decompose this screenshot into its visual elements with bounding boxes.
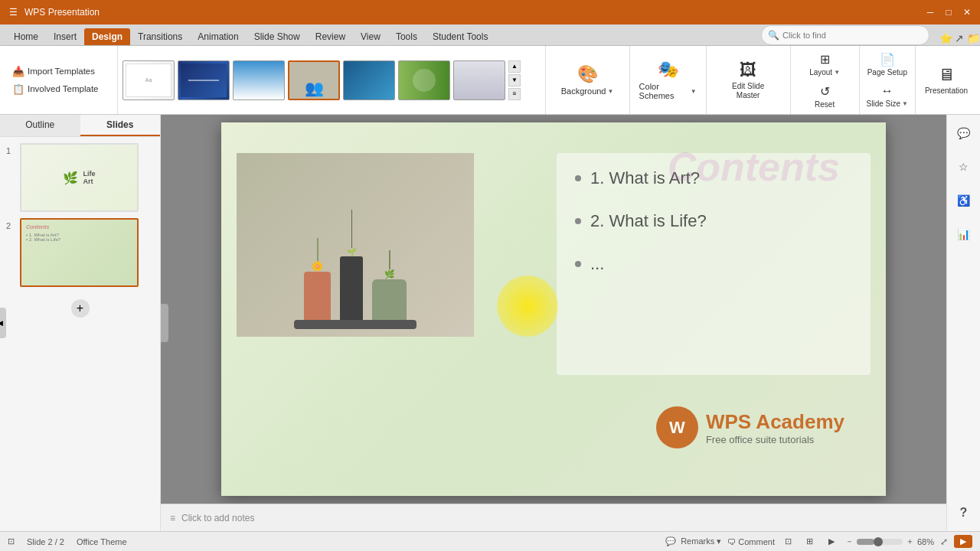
theme-blue-fade[interactable] bbox=[233, 60, 285, 100]
tab-slides[interactable]: Slides bbox=[80, 115, 161, 136]
zoom-slider[interactable] bbox=[857, 539, 903, 545]
slide-canvas: Contents 🌼 🌱 bbox=[221, 122, 886, 496]
edit-slide-master-button[interactable]: 🖼 Edit Slide Master bbox=[726, 58, 770, 103]
tab-design[interactable]: Design bbox=[84, 28, 130, 45]
notes-bar[interactable]: ≡ Click to add notes bbox=[161, 504, 946, 531]
theme-scroll-up[interactable]: ▲ bbox=[508, 60, 521, 73]
reset-button[interactable]: ↺ Reset bbox=[811, 82, 838, 111]
wps-academy-watermark: W WPS Academy Free office suite tutorial… bbox=[656, 406, 844, 448]
bullet-text-3: ... bbox=[590, 254, 604, 274]
star-button[interactable]: ☆ bbox=[952, 155, 976, 179]
favorites-icon[interactable]: ⭐ bbox=[939, 31, 952, 45]
tab-home[interactable]: Home bbox=[6, 28, 46, 45]
tab-tools[interactable]: Tools bbox=[388, 28, 425, 45]
tab-review[interactable]: Review bbox=[308, 28, 353, 45]
reading-view-button[interactable]: ▶ bbox=[824, 534, 839, 549]
remarks-icon[interactable]: 💬 bbox=[665, 536, 676, 546]
theme-teal[interactable] bbox=[343, 60, 395, 100]
folder-icon[interactable]: 📁 bbox=[966, 31, 980, 45]
tab-animation[interactable]: Animation bbox=[190, 28, 246, 45]
minimize-icon[interactable]: ─ bbox=[923, 5, 937, 19]
comment-label[interactable]: 🗨 Comment bbox=[727, 537, 775, 546]
background-button[interactable]: 🎨 Background ▼ bbox=[555, 61, 620, 99]
search-bar[interactable]: 🔍 bbox=[761, 25, 929, 45]
theme-soft-gray[interactable] bbox=[453, 60, 505, 100]
theme-green[interactable] bbox=[398, 60, 450, 100]
slide-size-button[interactable]: ↔ Slide Size ▼ bbox=[863, 82, 912, 110]
theme-default[interactable]: Aa bbox=[122, 60, 175, 100]
tab-student-tools[interactable]: Student Tools bbox=[425, 28, 496, 45]
comment-area: 🗨 Comment bbox=[727, 537, 775, 546]
left-scroll[interactable] bbox=[161, 304, 168, 342]
slide-thumbnail-1[interactable]: 🌿 Life Art bbox=[20, 143, 139, 212]
slide-number: 1 bbox=[6, 143, 15, 155]
remarks-area: 💬 Remarks ▾ bbox=[665, 536, 721, 546]
menu-icon[interactable]: ☰ bbox=[6, 5, 20, 19]
background-dropdown-arrow: ▼ bbox=[608, 88, 614, 95]
remarks-label[interactable]: Remarks ▾ bbox=[681, 536, 721, 546]
slide-canvas-wrap: Contents 🌼 🌱 bbox=[161, 115, 946, 504]
tab-slideshow[interactable]: Slide Show bbox=[247, 28, 308, 45]
click-to-add-notes[interactable]: Click to add notes bbox=[181, 513, 254, 523]
theme-expand[interactable]: ≡ bbox=[508, 88, 521, 100]
slides-panel: 1 🌿 Life Art 2 bbox=[0, 137, 160, 531]
vase2-body bbox=[340, 256, 363, 329]
titlebar-left: ☰ WPS Presentation bbox=[6, 5, 100, 19]
titlebar: ☰ WPS Presentation ─ □ ✕ bbox=[0, 0, 980, 24]
sidebar-tabs: Outline Slides bbox=[0, 115, 160, 137]
stem-1 bbox=[317, 238, 318, 261]
slide-content-box[interactable]: 1. What is Art? 2. What is Life? ... bbox=[557, 153, 871, 375]
theme-info: Office Theme bbox=[77, 537, 127, 546]
theme-blue-dark[interactable] bbox=[178, 60, 230, 100]
comment-button[interactable]: 💬 bbox=[952, 121, 976, 145]
color-schemes-button[interactable]: 🎭 Color Schemes ▼ bbox=[633, 57, 703, 103]
play-slideshow-button[interactable]: ▶ bbox=[954, 535, 972, 548]
theme-people-gray[interactable]: 👥 bbox=[288, 60, 340, 100]
status-left: ⊡ Slide 2 / 2 Office Theme bbox=[8, 536, 127, 546]
zoom-out-button[interactable]: － bbox=[845, 536, 854, 547]
bullet-item-2: 2. What is Life? bbox=[575, 211, 852, 231]
share-icon[interactable]: ↗ bbox=[952, 31, 966, 45]
zoom-in-button[interactable]: ＋ bbox=[906, 536, 914, 547]
presentation-icon: 🖥 bbox=[938, 65, 955, 85]
maximize-icon[interactable]: □ bbox=[942, 5, 956, 19]
search-input[interactable] bbox=[782, 31, 897, 40]
tab-transitions[interactable]: Transitions bbox=[130, 28, 190, 45]
grid-view-button[interactable]: ⊞ bbox=[802, 534, 818, 549]
tab-view[interactable]: View bbox=[353, 28, 388, 45]
presentation-button[interactable]: 🖥 Presentation bbox=[921, 63, 972, 97]
slidesize-icon: ↔ bbox=[881, 84, 893, 98]
tab-outline[interactable]: Outline bbox=[0, 115, 80, 136]
list-item: 2 Contents • 1. What is Art? • 2. What i… bbox=[6, 218, 154, 287]
layout-button[interactable]: ⊞ Layout ▼ bbox=[805, 50, 844, 79]
involved-template-button[interactable]: 📋 Involved Template bbox=[8, 80, 113, 98]
theme-scroll-down[interactable]: ▼ bbox=[508, 74, 521, 86]
page-setup-button[interactable]: 📄 Page Setup bbox=[864, 50, 911, 79]
import-icon: 📥 bbox=[12, 66, 24, 77]
slide-editor: Contents 🌼 🌱 bbox=[161, 115, 946, 531]
wps-subtitle: Free office suite tutorials bbox=[706, 434, 844, 445]
fit-button[interactable]: ⤢ bbox=[940, 536, 948, 547]
bullet-text-2: 2. What is Life? bbox=[590, 211, 707, 231]
analytics-button[interactable]: 📊 bbox=[952, 222, 976, 246]
tab-insert[interactable]: Insert bbox=[46, 28, 84, 45]
reset-icon: ↺ bbox=[820, 84, 830, 99]
normal-view-button[interactable]: ⊡ bbox=[781, 534, 796, 549]
stem-2 bbox=[351, 210, 352, 248]
sidebar-collapse-button[interactable]: ◀ bbox=[0, 308, 6, 338]
right-panel: 💬 ☆ ♿ 📊 ? bbox=[946, 115, 980, 531]
bullet-dot bbox=[575, 175, 581, 181]
add-slide-button[interactable]: + bbox=[71, 299, 90, 318]
slide-thumbnail-2[interactable]: Contents • 1. What is Art? • 2. What is … bbox=[20, 218, 139, 287]
accessibility-button[interactable]: ♿ bbox=[952, 188, 976, 213]
template-icon: 📋 bbox=[12, 83, 24, 95]
slide-panel-icon[interactable]: ⊡ bbox=[8, 536, 15, 546]
search-icon: 🔍 bbox=[768, 30, 779, 41]
slide-image: 🌼 🌱 🌿 bbox=[237, 153, 474, 337]
layout-icon: ⊞ bbox=[820, 52, 830, 67]
help-button[interactable]: ? bbox=[952, 500, 976, 525]
import-templates-button[interactable]: 📥 Import Templates bbox=[8, 63, 113, 80]
wps-text: WPS Academy Free office suite tutorials bbox=[706, 410, 844, 445]
colorschemes-icon: 🎭 bbox=[658, 60, 678, 80]
close-icon[interactable]: ✕ bbox=[960, 5, 974, 19]
